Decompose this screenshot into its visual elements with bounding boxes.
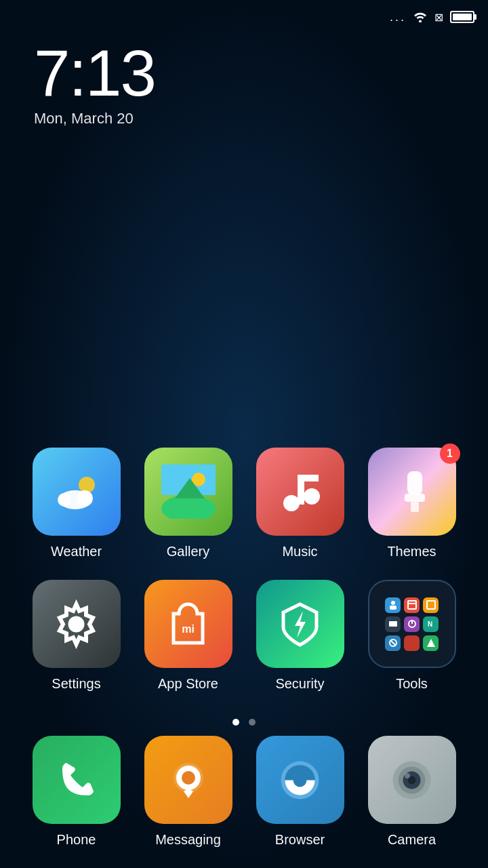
dock: Phone Messaging Browser	[0, 736, 488, 848]
appstore-svg: mi	[163, 599, 214, 650]
appstore-label: App Store	[158, 676, 218, 692]
app-settings[interactable]: Settings	[26, 580, 127, 692]
themes-label: Themes	[387, 544, 436, 559]
svg-text:mi: mi	[182, 623, 195, 635]
messaging-svg	[165, 756, 212, 804]
security-label: Security	[275, 676, 324, 692]
page-dot-1[interactable]	[232, 719, 239, 726]
music-svg	[277, 468, 324, 515]
svg-rect-22	[427, 601, 435, 609]
themes-icon: 1	[368, 448, 456, 536]
appstore-icon: mi	[144, 580, 232, 668]
browser-label: Browser	[275, 832, 325, 848]
svg-marker-17	[295, 611, 306, 638]
svg-rect-14	[411, 502, 419, 512]
browser-icon	[256, 736, 344, 824]
status-bar: ... ⊠	[0, 0, 488, 34]
settings-label: Settings	[52, 676, 100, 692]
date: Mon, March 20	[34, 110, 155, 127]
security-icon	[256, 580, 344, 668]
svg-point-8	[283, 495, 300, 511]
app-phone[interactable]: Phone	[26, 736, 127, 848]
settings-svg	[51, 599, 102, 650]
app-browser[interactable]: Browser	[249, 736, 351, 848]
themes-svg	[388, 468, 436, 515]
app-row-1: Weather Gallery	[20, 448, 468, 559]
sim-icon: ⊠	[434, 11, 443, 24]
svg-point-18	[391, 601, 395, 605]
music-icon	[256, 448, 344, 536]
gallery-icon	[144, 448, 232, 536]
weather-icon	[33, 448, 121, 536]
svg-point-3	[77, 490, 93, 507]
camera-label: Camera	[388, 832, 436, 848]
weather-label: Weather	[51, 544, 102, 559]
messaging-label: Messaging	[155, 832, 221, 848]
svg-rect-20	[408, 601, 416, 609]
settings-icon	[33, 580, 121, 668]
app-row-2: Settings mi App Store Secu	[20, 580, 468, 692]
page-dot-2[interactable]	[249, 719, 256, 726]
app-camera[interactable]: Camera	[361, 736, 463, 848]
svg-point-15	[68, 616, 85, 632]
signal-dots-icon: ...	[390, 10, 406, 24]
svg-point-36	[293, 773, 307, 787]
phone-svg	[53, 756, 100, 804]
svg-text:N: N	[428, 620, 432, 628]
wifi-icon	[413, 12, 428, 22]
camera-svg	[386, 755, 437, 806]
app-security[interactable]: Security	[249, 580, 351, 692]
svg-rect-11	[298, 475, 319, 481]
svg-point-41	[405, 773, 410, 778]
app-gallery[interactable]: Gallery	[138, 448, 239, 559]
battery-icon	[450, 11, 474, 23]
app-appstore[interactable]: mi App Store	[138, 580, 239, 692]
svg-rect-13	[405, 494, 425, 502]
svg-rect-12	[407, 471, 422, 495]
svg-rect-23	[389, 621, 397, 627]
svg-point-32	[182, 771, 195, 785]
browser-svg	[274, 755, 325, 806]
app-messaging[interactable]: Messaging	[138, 736, 239, 848]
app-grid: Weather Gallery	[0, 448, 488, 712]
svg-line-28	[390, 640, 396, 646]
music-label: Music	[282, 544, 317, 559]
svg-point-2	[58, 493, 71, 507]
messaging-icon	[144, 736, 232, 824]
app-weather[interactable]: Weather	[26, 448, 127, 559]
security-svg	[274, 599, 325, 650]
app-tools[interactable]: N Tools	[361, 580, 463, 692]
app-music[interactable]: Music	[249, 448, 351, 559]
page-dots	[0, 719, 488, 726]
weather-svg	[49, 465, 104, 519]
svg-point-6	[161, 495, 216, 519]
svg-rect-19	[390, 606, 396, 610]
gallery-label: Gallery	[167, 544, 209, 559]
phone-icon	[33, 736, 121, 824]
svg-point-9	[304, 488, 320, 505]
tools-label: Tools	[396, 676, 428, 692]
tools-icon: N	[368, 580, 456, 668]
app-themes[interactable]: 1 Themes	[361, 448, 463, 559]
gallery-svg	[161, 465, 216, 519]
clock: 7:13	[34, 41, 155, 106]
phone-label: Phone	[57, 832, 96, 848]
svg-marker-29	[427, 639, 435, 647]
themes-badge: 1	[440, 443, 460, 464]
time-display: 7:13 Mon, March 20	[34, 41, 155, 127]
camera-icon	[368, 736, 456, 824]
